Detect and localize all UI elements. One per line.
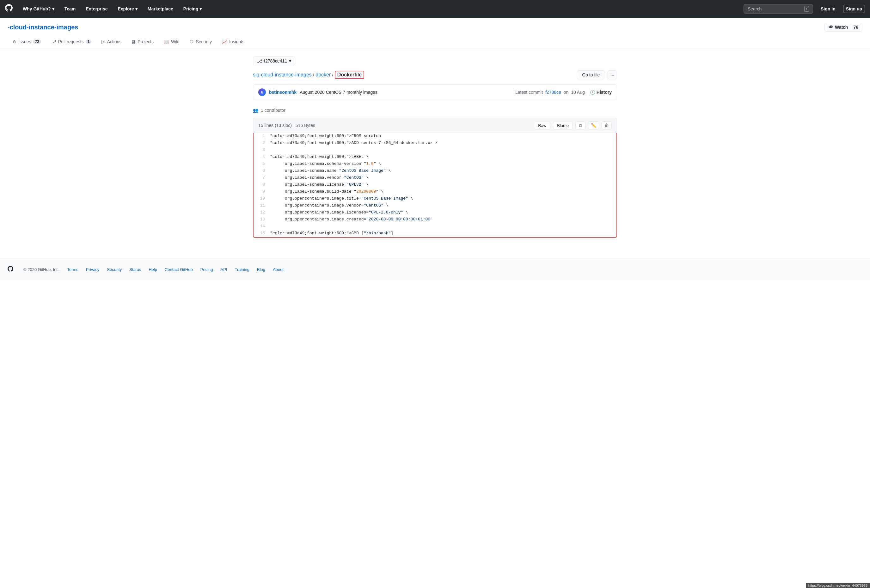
eye-icon: 👁 [828,25,833,30]
author-avatar: b [258,88,266,96]
line-content: "color:#d73a49;font-weight:600;">FROM sc… [270,133,386,139]
footer-help[interactable]: Help [149,267,157,272]
edit-pencil-icon[interactable]: ✏️ [588,121,599,129]
footer-about[interactable]: About [273,267,283,272]
footer-terms[interactable]: Terms [67,267,78,272]
code-line: 13 org.opencontainers.image.created="202… [253,216,617,223]
commit-hash[interactable]: f2788ce [545,90,561,95]
watch-button[interactable]: 👁 Watch 76 [824,23,863,31]
line-number: 15 [253,230,270,236]
signin-link[interactable]: Sign in [818,5,838,13]
blame-button[interactable]: Blame [553,122,573,129]
search-bar[interactable]: Search / [743,4,813,13]
projects-icon: ▦ [131,39,136,44]
raw-button[interactable]: Raw [534,122,550,129]
repo-title-bar: -cloud-instance-images 👁 Watch 76 [7,23,863,31]
branch-selector[interactable]: ⎇ f2788ce411 ▾ [253,56,295,65]
tab-insights[interactable]: 📈 Insights [217,36,249,49]
tab-wiki-label: Wiki [171,39,179,44]
footer-pricing[interactable]: Pricing [200,267,213,272]
repo-tab-bar: ⊙ Issues 72 ⎇ Pull requests 1 ▷ Actions … [7,36,863,49]
nav-explore[interactable]: Explore ▾ [115,5,140,13]
line-number: 9 [253,189,270,195]
code-line: 11 org.opencontainers.image.vendor="Cent… [253,202,617,209]
issues-icon: ⊙ [13,39,16,44]
commit-date-prefix: on [564,90,569,95]
code-line: 8 org.label-schema.license="GPLv2" \ [253,181,617,189]
watch-label: Watch [835,25,848,30]
line-content: org.opencontainers.image.title="CentOS B… [270,196,418,202]
breadcrumb-current-file: Dockerfile [335,71,364,79]
code-line: 7 org.label-schema.vendor="CentOS" \ [253,175,617,181]
line-number: 2 [253,140,270,146]
tab-security[interactable]: 🛡 Security [184,36,217,49]
tab-projects-label: Projects [137,39,153,44]
code-line: 15"color:#d73a49;font-weight:600;">CMD [… [253,230,617,237]
desktop-view-icon[interactable]: 🖥 [575,121,585,129]
footer-security[interactable]: Security [107,267,122,272]
line-content: org.label-schema.name="CentOS Base Image… [270,168,396,174]
line-number: 4 [253,154,270,160]
signup-button[interactable]: Sign up [843,5,865,13]
commit-date: 10 Aug [571,90,585,95]
chevron-down-icon: ▾ [135,6,137,11]
code-line: 3 [253,147,617,154]
commit-info-box: b bstinsonmhk August 2020 CentOS 7 month… [253,84,617,100]
line-content: org.opencontainers.image.created="2020-0… [270,216,438,222]
line-number: 14 [253,223,270,229]
code-line: 9 org.label-schema.build-date="20200809"… [253,189,617,196]
chevron-down-icon: ▾ [200,6,202,11]
code-line: 6 org.label-schema.name="CentOS Base Ima… [253,168,617,175]
footer-blog[interactable]: Blog [257,267,265,272]
main-content: ⎇ f2788ce411 ▾ sig-cloud-instance-images… [245,49,625,245]
line-number: 7 [253,175,270,181]
breadcrumb-bar: sig-cloud-instance-images / docker / Doc… [253,70,617,79]
branch-icon: ⎇ [257,58,262,64]
delete-trash-icon[interactable]: 🗑 [602,121,612,129]
breadcrumb-repo-link[interactable]: sig-cloud-instance-images [253,72,312,78]
nav-enterprise[interactable]: Enterprise [83,5,110,13]
breadcrumb-sep-1: / [313,72,314,78]
line-content: org.opencontainers.image.licenses="GPL-2… [270,209,413,215]
nav-team[interactable]: Team [62,5,78,13]
code-block: 1"color:#d73a49;font-weight:600;">FROM s… [253,133,617,238]
security-icon: 🛡 [189,39,194,44]
file-action-group: Raw Blame 🖥 ✏️ 🗑 [534,121,612,129]
tab-projects[interactable]: ▦ Projects [127,36,159,49]
footer-training[interactable]: Training [235,267,249,272]
branch-name: f2788ce411 [264,58,287,64]
history-link[interactable]: 🕐 History [590,90,612,95]
tab-insights-label: Insights [229,39,244,44]
line-content: "color:#d73a49;font-weight:600;">LABEL \ [270,154,374,160]
line-content: org.opencontainers.image.vendor="CentOS"… [270,202,393,208]
tab-issues[interactable]: ⊙ Issues 72 [7,36,46,49]
pr-icon: ⎇ [51,39,56,44]
tab-pull-requests[interactable]: ⎇ Pull requests 1 [46,36,97,49]
line-number: 12 [253,209,270,215]
line-content: org.label-schema.schema-version="1.0" \ [270,161,386,167]
commit-author[interactable]: bstinsonmhk [269,90,296,95]
footer-contact[interactable]: Contact GitHub [165,267,193,272]
line-number: 1 [253,133,270,139]
footer-privacy[interactable]: Privacy [86,267,100,272]
breadcrumb-folder-link[interactable]: docker [316,72,331,78]
line-content: org.label-schema.vendor="CentOS" \ [270,175,374,181]
nav-marketplace[interactable]: Marketplace [145,5,176,13]
line-content [270,223,275,224]
more-options-button[interactable]: ··· [608,70,617,79]
commit-meta: Latest commit f2788ce on 10 Aug [515,90,585,95]
tab-wiki[interactable]: 📖 Wiki [159,36,184,49]
code-line: 14 [253,223,617,230]
line-content: org.label-schema.build-date="20200809" \ [270,189,389,195]
history-label: History [597,90,612,95]
nav-pricing[interactable]: Pricing ▾ [181,5,204,13]
footer-copyright: © 2020 GitHub, Inc. [23,267,60,272]
goto-file-button[interactable]: Go to file [577,70,605,79]
footer-status[interactable]: Status [129,267,141,272]
contributors-icon: 👥 [253,108,258,113]
nav-why-github[interactable]: Why GitHub? ▾ [20,5,57,13]
search-slash-hint: / [804,6,809,12]
tab-actions[interactable]: ▷ Actions [97,36,127,49]
code-line: 2"color:#d73a49;font-weight:600;">ADD ce… [253,140,617,147]
footer-api[interactable]: API [220,267,227,272]
